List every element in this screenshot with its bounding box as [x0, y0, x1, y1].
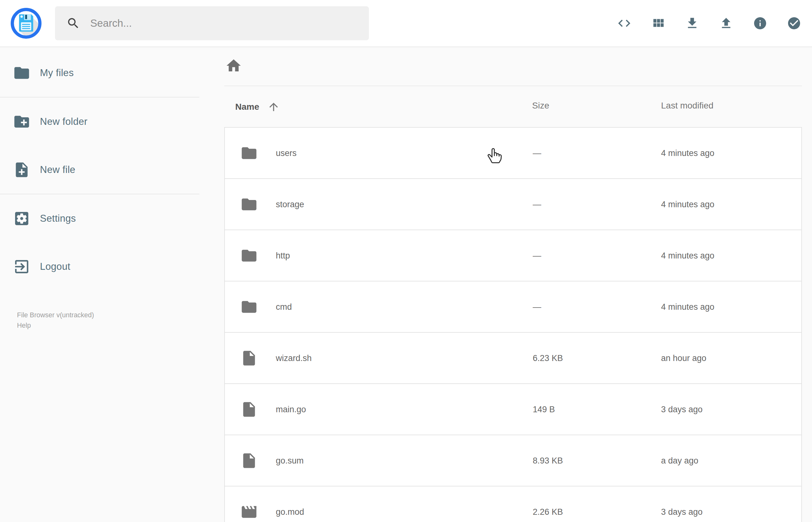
- search-input[interactable]: [89, 17, 363, 29]
- upload-button[interactable]: [719, 16, 733, 31]
- folder-icon: [240, 196, 258, 213]
- file-row-wizard-sh[interactable]: wizard.sh 6.23 KB an hour ago: [225, 333, 801, 384]
- sidebar: My files New folder New file Settings Lo…: [0, 46, 199, 290]
- new-folder-icon: [13, 113, 31, 130]
- top-bar: [0, 0, 812, 47]
- column-header-size[interactable]: Size: [532, 101, 549, 111]
- folder-icon: [240, 298, 258, 316]
- check-circle-icon: [787, 16, 801, 31]
- select-multiple-button[interactable]: [787, 16, 801, 31]
- folder-icon: [13, 64, 31, 82]
- code-icon: [617, 16, 631, 31]
- breadcrumb-home-button[interactable]: [225, 57, 242, 74]
- search-bar[interactable]: [55, 6, 369, 40]
- file-row-main-go[interactable]: main.go 149 B 3 days ago: [225, 384, 801, 435]
- file-row-go-mod[interactable]: go.mod 2.26 KB 3 days ago: [225, 486, 801, 522]
- file-row-go-sum[interactable]: go.sum 8.93 KB a day ago: [225, 435, 801, 486]
- column-header-name-label: Name: [235, 102, 259, 112]
- column-header-modified[interactable]: Last modified: [661, 101, 714, 111]
- search-icon: [66, 16, 80, 30]
- download-button[interactable]: [685, 16, 699, 31]
- raw-code-view-button[interactable]: [617, 16, 631, 31]
- file-row-http[interactable]: http — 4 minutes ago: [225, 230, 801, 281]
- new-file-icon: [13, 161, 31, 179]
- sidebar-item-settings[interactable]: Settings: [0, 194, 199, 242]
- breadcrumb-divider: [224, 85, 802, 86]
- toolbar-actions: [617, 16, 801, 31]
- app-version-text: File Browser v(untracked): [17, 310, 94, 320]
- file-icon: [240, 401, 258, 418]
- sidebar-item-new-folder[interactable]: New folder: [0, 98, 199, 146]
- grid-view-button[interactable]: [651, 16, 666, 31]
- info-icon: [753, 16, 767, 31]
- grid-icon: [651, 16, 666, 31]
- home-icon: [225, 57, 242, 74]
- file-icon: [240, 349, 258, 367]
- info-button[interactable]: [753, 16, 767, 31]
- sidebar-item-logout[interactable]: Logout: [0, 242, 199, 290]
- sidebar-footer: File Browser v(untracked) Help: [17, 310, 94, 331]
- file-icon: [240, 452, 258, 469]
- folder-icon: [240, 247, 258, 264]
- settings-icon: [13, 210, 31, 227]
- file-row-storage[interactable]: storage — 4 minutes ago: [225, 179, 801, 230]
- folder-icon: [240, 144, 258, 162]
- app-logo[interactable]: [10, 7, 42, 39]
- help-link[interactable]: Help: [17, 320, 94, 331]
- floppy-disk-logo-icon: [10, 7, 42, 39]
- file-row-users[interactable]: users — 4 minutes ago: [225, 128, 801, 179]
- column-header-name[interactable]: Name: [235, 101, 280, 113]
- sidebar-item-my-files[interactable]: My files: [0, 49, 199, 97]
- file-row-cmd[interactable]: cmd — 4 minutes ago: [225, 281, 801, 333]
- logout-icon: [13, 258, 31, 276]
- movie-icon: [240, 503, 258, 521]
- sidebar-item-new-file[interactable]: New file: [0, 146, 199, 194]
- download-icon: [685, 16, 699, 31]
- upload-icon: [719, 16, 733, 31]
- sort-arrow-up-icon: [267, 101, 280, 113]
- file-list: users — 4 minutes ago storage — 4 minute…: [224, 127, 802, 522]
